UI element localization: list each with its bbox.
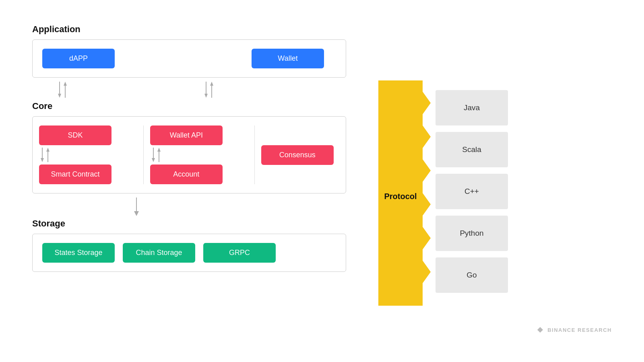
application-box: dAPP Wallet — [32, 39, 346, 78]
chain-storage-button[interactable]: Chain Storage — [123, 243, 195, 263]
lang-python: Python — [436, 216, 508, 251]
binance-branding: BINANCE RESEARCH — [536, 326, 612, 334]
protocol-bar-svg: Protocol — [378, 80, 431, 306]
core-box: SDK Smart Contract Wallet API — [32, 116, 346, 193]
storage-label: Storage — [32, 218, 346, 229]
svg-marker-7 — [210, 82, 213, 86]
storage-box: States Storage Chain Storage GRPC — [32, 234, 346, 272]
account-button[interactable]: Account — [150, 165, 223, 184]
sdk-button[interactable]: SDK — [39, 125, 111, 145]
sdk-to-sc-arrows — [39, 146, 57, 164]
lang-go: Go — [436, 257, 508, 293]
right-panel: Protocol Java Scala C++ Python Go — [378, 24, 612, 338]
app-to-core-arrows — [32, 80, 346, 99]
binance-label: BINANCE RESEARCH — [547, 327, 612, 333]
svg-marker-13 — [152, 158, 155, 162]
core-label: Core — [32, 101, 346, 111]
svg-marker-11 — [46, 148, 50, 152]
states-storage-button[interactable]: States Storage — [42, 243, 115, 263]
language-list: Java Scala C++ Python Go — [436, 90, 508, 296]
lang-java: Java — [436, 90, 508, 125]
application-label: Application — [32, 24, 346, 35]
application-row: dAPP Wallet — [42, 49, 336, 68]
grpc-button[interactable]: GRPC — [203, 243, 276, 263]
binance-diamond-icon — [536, 326, 544, 334]
walletapi-to-account-arrows — [150, 146, 168, 164]
svg-marker-17 — [134, 211, 139, 216]
protocol-bar-container: Protocol — [378, 80, 431, 306]
core-consensus-column: Consensus — [261, 125, 339, 184]
core-to-storage-arrows — [32, 196, 346, 217]
svg-marker-3 — [64, 82, 67, 86]
spacer — [114, 80, 163, 99]
svg-marker-9 — [41, 158, 44, 162]
lang-cpp: C++ — [436, 174, 508, 209]
protocol-diagram: Protocol Java Scala C++ Python Go — [378, 80, 508, 306]
dapp-arrows — [56, 80, 74, 99]
wallet-arrows — [203, 80, 221, 99]
storage-row: States Storage Chain Storage GRPC — [42, 243, 336, 263]
protocol-text: Protocol — [384, 192, 417, 201]
wallet-button[interactable]: Wallet — [252, 49, 324, 68]
smart-contract-button[interactable]: Smart Contract — [39, 165, 111, 184]
core-walletapi-column: Wallet API Account — [150, 125, 248, 184]
svg-rect-18 — [537, 327, 543, 333]
core-divider2 — [254, 125, 255, 184]
consensus-button[interactable]: Consensus — [261, 145, 334, 165]
wallet-api-button[interactable]: Wallet API — [150, 125, 223, 145]
dapp-button[interactable]: dAPP — [42, 49, 115, 68]
svg-marker-5 — [204, 94, 208, 98]
left-panel: Application dAPP Wallet — [32, 24, 346, 272]
svg-marker-15 — [157, 148, 161, 152]
lang-scala: Scala — [436, 132, 508, 167]
core-sdk-column: SDK Smart Contract — [39, 125, 137, 184]
core-divider1 — [143, 125, 144, 184]
svg-marker-1 — [58, 94, 61, 98]
